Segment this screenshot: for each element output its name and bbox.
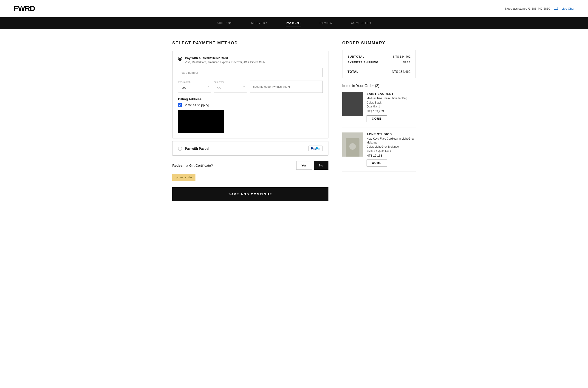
credit-card-sublabel: Visa, MasterCard, American Express, Disc… [185, 61, 265, 64]
total-row: TOTAL NT$ 134,462 [348, 70, 410, 73]
same-as-shipping-label: Same as shipping [183, 103, 209, 107]
item-size-quantity-2: Size: S / Quantity: 1 [367, 149, 416, 152]
gift-certificate-label: Redeem a Gift Certificate? [172, 164, 213, 167]
live-chat-link[interactable]: Live Chat [562, 7, 574, 10]
nav-step-delivery[interactable]: DELIVERY [251, 21, 267, 25]
item-brand-2: ACNE STUDIOS [367, 132, 416, 136]
shipping-label: EXPRESS SHIPPING [348, 61, 379, 64]
item-name-1: Medium Niki Chain Shoulder Bag [367, 97, 416, 100]
save-continue-button[interactable]: SAVE AND CONTINUE [172, 187, 329, 201]
checkout-nav: SHIPPING DELIVERY PAYMENT REVIEW COMPLET… [0, 17, 588, 29]
shipping-row: EXPRESS SHIPPING FREE [348, 61, 410, 64]
payment-section: SELECT PAYMENT METHOD Pay with a Credit/… [172, 41, 329, 201]
summary-box: SUBTOTAL NT$ 134,462 EXPRESS SHIPPING FR… [342, 50, 416, 78]
gift-no-button[interactable]: No [314, 161, 329, 170]
credit-card-option: Pay with a Credit/Debit Card Visa, Maste… [172, 51, 329, 138]
credit-card-radio[interactable] [178, 57, 182, 61]
exp-year-wrap: exp. year YY 20242025202620272028 ▾ [214, 81, 247, 93]
paypal-logo-icon: PayPal [308, 146, 323, 151]
svg-rect-0 [554, 7, 558, 10]
address-block [178, 110, 224, 133]
item-image-1 [342, 92, 363, 116]
total-label: TOTAL [348, 70, 358, 73]
promo-code-section: promo code [172, 174, 329, 187]
credit-card-header: Pay with a Credit/Debit Card Visa, Maste… [178, 56, 323, 64]
gift-yes-button[interactable]: Yes [296, 161, 312, 170]
header-right: Need assistance?1-888-442-5830 Live Chat [505, 7, 574, 10]
items-title: Items in Your Order (2) [342, 84, 416, 88]
same-as-shipping-checkbox[interactable] [178, 103, 182, 107]
card-row: exp. month MM 01020304 05060708 09101112… [178, 81, 323, 93]
nav-step-completed[interactable]: COMPLETED [351, 21, 371, 25]
billing-title: Billing Address [178, 97, 323, 101]
subtotal-value: NT$ 134,462 [393, 55, 410, 58]
paypal-radio[interactable] [178, 147, 182, 151]
order-summary-section: ORDER SUMMARY SUBTOTAL NT$ 134,462 EXPRE… [342, 41, 416, 201]
credit-card-label-group: Pay with a Credit/Debit Card Visa, Maste… [185, 56, 265, 64]
nav-step-payment[interactable]: PAYMENT [286, 21, 301, 25]
shipping-value: FREE [402, 61, 410, 64]
order-item-1: SAINT LAURENT Medium Niki Chain Shoulder… [342, 92, 416, 127]
page-header: FWRD Need assistance?1-888-442-5830 Live… [0, 0, 588, 17]
payment-section-title: SELECT PAYMENT METHOD [172, 41, 329, 46]
nav-step-shipping[interactable]: SHIPPING [217, 21, 233, 25]
gift-buttons: Yes No [296, 161, 329, 170]
subtotal-label: SUBTOTAL [348, 55, 364, 58]
main-content: SELECT PAYMENT METHOD Pay with a Credit/… [145, 29, 443, 213]
gift-certificate-row: Redeem a Gift Certificate? Yes No [172, 161, 329, 170]
assistance-text: Need assistance?1-888-442-5830 [505, 7, 550, 10]
paypal-left: Pay with Paypal [178, 146, 209, 151]
same-as-shipping-row: Same as shipping [178, 103, 323, 107]
card-form: exp. month MM 01020304 05060708 09101112… [178, 68, 323, 133]
site-logo: FWRD [14, 4, 35, 13]
paypal-option: Pay with Paypal PayPal [172, 141, 329, 156]
item-brand-1: SAINT LAURENT [367, 92, 416, 96]
billing-address-section: Billing Address Same as shipping [178, 97, 323, 133]
item-price-2: NT$ 12,133 [367, 154, 416, 157]
nav-step-review[interactable]: REVIEW [320, 21, 332, 25]
item-details-1: SAINT LAURENT Medium Niki Chain Shoulder… [367, 92, 416, 122]
total-value: NT$ 134,462 [392, 70, 410, 73]
credit-card-label: Pay with a Credit/Debit Card [185, 56, 265, 60]
security-code-input[interactable] [250, 81, 323, 93]
subtotal-row: SUBTOTAL NT$ 134,462 [348, 55, 410, 58]
chat-icon [554, 7, 558, 10]
core-button-2[interactable]: CORE [367, 160, 387, 167]
exp-month-select[interactable]: MM 01020304 05060708 09101112 [178, 84, 211, 93]
order-summary-title: ORDER SUMMARY [342, 41, 416, 46]
core-button-1[interactable]: CORE [367, 115, 387, 122]
item-quantity-1: Quantity: 1 [367, 105, 416, 108]
order-item-2: ACNE STUDIOS New Keva Face Cardigan in L… [342, 132, 416, 172]
item-color-1: Color: Black [367, 101, 416, 104]
card-number-input[interactable] [178, 68, 323, 77]
exp-year-select[interactable]: YY 20242025202620272028 [214, 84, 247, 93]
item-price-1: NT$ 103,759 [367, 110, 416, 113]
exp-month-wrap: exp. month MM 01020304 05060708 09101112… [178, 81, 211, 93]
paypal-label: Pay with Paypal [185, 147, 209, 150]
promo-code-button[interactable]: promo code [172, 174, 196, 181]
item-details-2: ACNE STUDIOS New Keva Face Cardigan in L… [367, 132, 416, 167]
item-name-2: New Keva Face Cardigan in Light Grey Mel… [367, 137, 416, 145]
exp-year-label: exp. year [214, 81, 247, 83]
item-image-2 [342, 132, 363, 157]
item-color-2: Color: Light Grey Melange [367, 145, 416, 148]
exp-month-label: exp. month [178, 81, 211, 83]
